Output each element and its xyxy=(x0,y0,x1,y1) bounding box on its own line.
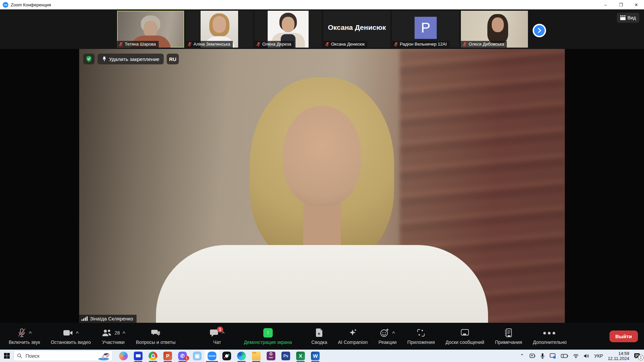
volume-icon[interactable] xyxy=(584,354,590,358)
participant-name: Радіон Вельничер 12АІ xyxy=(400,42,447,47)
zoom-icon: zoom xyxy=(208,352,216,360)
taskbar-app-space[interactable] xyxy=(219,350,234,362)
mic-muted-icon xyxy=(325,42,329,47)
summary-button[interactable]: Сводка xyxy=(306,328,332,345)
folder-icon xyxy=(252,352,261,360)
taskbar-app-edge[interactable] xyxy=(234,350,249,362)
notes-button[interactable]: Примечания xyxy=(490,328,528,345)
qa-button[interactable]: Вопросы и ответы xyxy=(130,328,181,345)
apps-icon xyxy=(417,328,425,337)
tray-time: 14:59 xyxy=(618,351,629,356)
video-options-chevron[interactable]: ˄ xyxy=(76,330,79,335)
leave-meeting-button[interactable]: Выйти xyxy=(609,330,638,342)
avatar: P xyxy=(415,17,437,39)
ai-companion-button[interactable]: AI Companion xyxy=(333,328,373,345)
unmute-button[interactable]: ˄ Включить звук xyxy=(3,328,45,345)
next-page-button[interactable] xyxy=(533,24,546,37)
display-status-icon[interactable] xyxy=(549,353,556,359)
taskbar-app-word[interactable]: W xyxy=(308,350,323,362)
participant-face xyxy=(144,21,158,38)
remove-pin-label: Удалить закрепление xyxy=(109,56,159,62)
participant-tile[interactable]: Тетяна Шарова xyxy=(117,11,184,48)
reactions-button[interactable]: ˄ Реакции xyxy=(373,328,402,345)
participant-name: Оксана Денисюк xyxy=(331,42,365,47)
floppy-disk-icon xyxy=(134,352,143,360)
participant-tile[interactable]: P Радіон Вельничер 12АІ xyxy=(392,11,459,48)
screen-record-icon[interactable] xyxy=(529,353,536,359)
chat-button[interactable]: 1 ˄ Чат xyxy=(204,328,230,345)
search-placeholder: Поиск xyxy=(25,353,40,359)
ellipsis-icon: ●●● xyxy=(543,328,557,338)
participant-tile[interactable]: Олена Дереза xyxy=(255,11,322,48)
excel-icon: X xyxy=(296,352,305,360)
wifi-icon[interactable] xyxy=(573,354,579,358)
copilot-icon xyxy=(119,352,128,360)
speaker-face xyxy=(283,106,361,206)
word-icon: W xyxy=(311,352,320,360)
participant-name: Тетяна Шарова xyxy=(125,42,156,47)
close-button[interactable]: ✕ xyxy=(629,0,644,9)
taskbar-app-excel[interactable]: X xyxy=(293,350,308,362)
battery-icon[interactable] xyxy=(561,354,568,358)
remove-pin-button[interactable]: Удалить закрепление xyxy=(98,54,164,64)
stop-video-button[interactable]: ˄ Остановить видео xyxy=(45,328,96,345)
mic-muted-icon xyxy=(463,42,467,47)
mic-muted-icon xyxy=(17,328,26,338)
keyboard-language[interactable]: УКР xyxy=(594,353,603,359)
pinned-speaker-video[interactable] xyxy=(79,49,565,323)
share-screen-button[interactable]: ↑ Демонстрация экрана xyxy=(238,328,297,345)
orbit-app-icon xyxy=(222,352,231,360)
notification-center-button[interactable]: 1 xyxy=(634,353,641,359)
shield-check-icon xyxy=(86,56,92,62)
search-input[interactable]: Поиск xyxy=(13,351,113,361)
taskbar-app-viber[interactable]: ✆ 1 xyxy=(175,350,190,362)
restore-button[interactable]: ❐ xyxy=(613,0,629,9)
whiteboard-icon xyxy=(460,329,470,337)
taskbar-app-save[interactable] xyxy=(131,350,146,362)
taskbar-app-chrome[interactable] xyxy=(146,350,160,362)
participant-tile[interactable]: Оксана Денисюк Оксана Денисюк xyxy=(323,11,390,48)
apps-button[interactable]: Приложения xyxy=(402,328,440,345)
mic-options-chevron[interactable]: ˄ xyxy=(29,330,32,335)
taskbar-app-gpdf[interactable]: GPDF xyxy=(264,350,278,362)
mic-muted-icon xyxy=(256,42,261,47)
reactions-smiley-icon xyxy=(380,328,389,338)
tray-date: 12.11.2024 xyxy=(608,356,629,361)
viber-badge: 1 xyxy=(184,356,189,361)
participants-icon xyxy=(102,329,112,337)
view-label: Вид xyxy=(628,15,636,20)
participant-tile[interactable]: Олеся Дибовська xyxy=(461,11,528,48)
participant-tile[interactable]: Аліна Землянська xyxy=(186,11,253,48)
security-shield-button[interactable] xyxy=(83,54,95,64)
taskbar-app-powerpoint[interactable]: P xyxy=(160,350,175,362)
ai-sparkle-icon xyxy=(348,328,358,338)
taskbar-app-copilot[interactable] xyxy=(116,350,131,362)
participants-button[interactable]: 28 ˄ Участники xyxy=(96,328,131,345)
view-button[interactable]: Вид xyxy=(617,13,639,23)
search-icon xyxy=(17,353,22,358)
participant-name: Олеся Дибовська xyxy=(469,42,504,47)
more-button[interactable]: ●●● Дополнительно xyxy=(528,328,572,345)
tray-expand-chevron[interactable]: ⌃ xyxy=(520,353,524,359)
reactions-options-chevron[interactable]: ˄ xyxy=(392,330,395,335)
qa-bubbles-icon xyxy=(151,329,160,337)
speaker-name-tag: Зінаїда Скляренко xyxy=(79,315,137,323)
participants-options-chevron[interactable]: ˄ xyxy=(122,330,126,335)
whiteboards-button[interactable]: Доски сообщений xyxy=(440,328,490,345)
taskbar-app-file-explorer[interactable] xyxy=(249,350,264,362)
taskbar-app-meet[interactable]: ▣ xyxy=(190,350,205,362)
tray-clock[interactable]: 14:59 12.11.2024 xyxy=(608,351,629,361)
interpretation-language-badge[interactable]: RU xyxy=(167,54,179,64)
minimize-button[interactable]: – xyxy=(598,0,613,9)
tray-mic-icon[interactable] xyxy=(540,353,545,359)
share-screen-icon: ↑ xyxy=(263,328,273,338)
start-button[interactable] xyxy=(0,350,13,362)
video-camera-icon xyxy=(63,329,73,337)
participant-name: Аліна Землянська xyxy=(194,42,230,47)
edge-icon xyxy=(237,352,246,360)
chevron-right-icon xyxy=(537,28,542,33)
chat-options-chevron[interactable]: ˄ xyxy=(222,330,225,335)
taskbar-app-zoom[interactable]: zoom xyxy=(205,350,219,362)
taskbar-app-photoshop[interactable]: Ps xyxy=(278,350,293,362)
pin-icon xyxy=(102,56,107,62)
